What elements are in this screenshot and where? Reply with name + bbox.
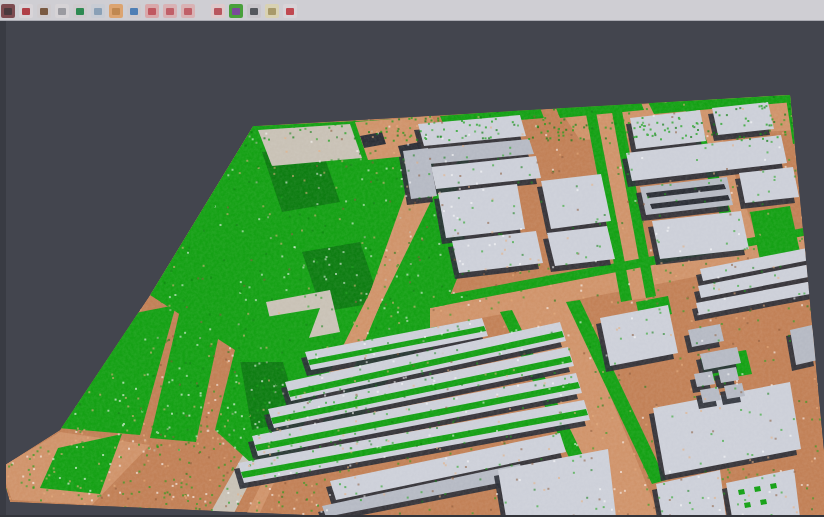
globe-icon-glyph xyxy=(130,8,138,15)
measure-red-icon[interactable] xyxy=(283,4,297,18)
point-cloud-icon-glyph xyxy=(58,8,66,15)
window-border-left xyxy=(0,0,6,517)
profile-column-icon-glyph xyxy=(94,8,102,15)
layers-red-icon[interactable] xyxy=(145,4,159,18)
point-cloud-icon[interactable] xyxy=(55,4,69,18)
ortho-square-icon[interactable] xyxy=(109,4,123,18)
clipped-left-icon[interactable] xyxy=(1,4,15,18)
profile-column-icon[interactable] xyxy=(91,4,105,18)
terrain-green-icon-glyph xyxy=(76,8,84,15)
mottle-texture xyxy=(0,0,824,517)
terrain-point-cloud xyxy=(0,0,824,517)
target-circle-icon[interactable] xyxy=(163,4,177,18)
terrain-brown-icon-glyph xyxy=(40,8,48,15)
crop-brackets-icon-glyph xyxy=(184,8,192,15)
classification-icon-glyph xyxy=(232,8,240,15)
target-circle-icon-glyph xyxy=(166,8,174,15)
transparency-icon-glyph xyxy=(214,8,222,15)
sphere-icon-glyph xyxy=(250,8,258,15)
clipped-left-icon-glyph xyxy=(4,8,12,15)
classification-icon[interactable] xyxy=(229,4,243,18)
globe-icon[interactable] xyxy=(127,4,141,18)
table-tan-icon[interactable] xyxy=(265,4,279,18)
measure-red-icon-glyph xyxy=(286,8,294,15)
align-points-icon-glyph xyxy=(22,8,30,15)
toolbar xyxy=(0,0,824,21)
ortho-square-icon-glyph xyxy=(112,8,120,15)
table-tan-icon-glyph xyxy=(268,8,276,15)
crop-brackets-icon[interactable] xyxy=(181,4,195,18)
align-points-icon[interactable] xyxy=(19,4,33,18)
terrain-brown-icon[interactable] xyxy=(37,4,51,18)
terrain-green-icon[interactable] xyxy=(73,4,87,18)
sphere-icon[interactable] xyxy=(247,4,261,18)
transparency-icon[interactable] xyxy=(211,4,225,18)
viewport-3d[interactable] xyxy=(0,0,824,517)
layers-red-icon-glyph xyxy=(148,8,156,15)
app-window xyxy=(0,0,824,517)
